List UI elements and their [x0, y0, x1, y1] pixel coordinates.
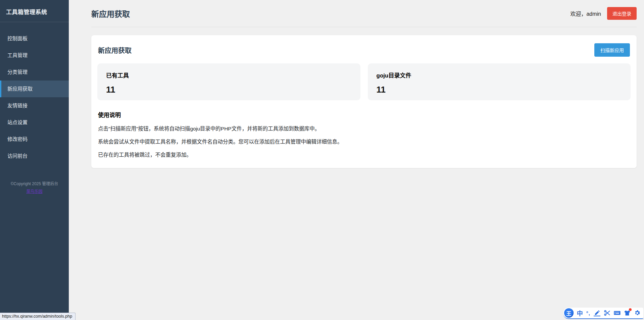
keyboard-icon[interactable]: [614, 310, 621, 316]
new-app-card: 新应用获取 扫描新应用 已有工具 11 goju目录文件 11 使用说明 点击"…: [91, 35, 637, 168]
ime-logo-icon[interactable]: 王: [564, 308, 574, 318]
usage-instructions: 使用说明 点击"扫描新应用"按钮，系统将自动扫描goju目录中的PHP文件，并将…: [98, 110, 630, 158]
stat-label: 已有工具: [106, 71, 352, 79]
card-header: 新应用获取 扫描新应用: [98, 43, 630, 57]
welcome-text: 欢迎，admin: [570, 9, 601, 17]
handwriting-pencil-icon[interactable]: [594, 310, 600, 316]
stat-existing-tools: 已有工具 11: [97, 63, 360, 100]
sidebar-item-dashboard[interactable]: 控制面板: [0, 30, 69, 47]
instruction-line: 系统会尝试从文件中提取工具名称，并根据文件名自动分类。您可以在添加后在工具管理中…: [98, 138, 630, 145]
topbar-right: 欢迎，admin 退出登录: [570, 7, 637, 20]
notification-dot: [629, 308, 632, 311]
sidebar: 工具箱管理系统 控制面板 工具管理 分类管理 新应用获取 友情链接 站点设置 修…: [0, 0, 69, 320]
stats-row: 已有工具 11 goju目录文件 11: [97, 63, 631, 100]
app-title: 工具箱管理系统: [0, 0, 69, 22]
sidebar-item-friend-links[interactable]: 友情链接: [0, 97, 69, 114]
copyright-link[interactable]: 菜鸟乐园: [26, 188, 42, 194]
copyright-text: ©Copyright 2025 管理后台: [0, 180, 69, 186]
sidebar-item-site-settings[interactable]: 站点设置: [0, 114, 69, 131]
sidebar-item-new-app-fetch[interactable]: 新应用获取: [0, 81, 69, 97]
chinese-mode-indicator[interactable]: 中: [577, 309, 583, 317]
topbar: 新应用获取 欢迎，admin 退出登录: [91, 0, 637, 27]
settings-gear-icon[interactable]: [634, 310, 641, 316]
card-title: 新应用获取: [98, 45, 132, 55]
sidebar-item-change-password[interactable]: 修改密码: [0, 131, 69, 148]
stat-value: 11: [106, 85, 352, 95]
main-content: 新应用获取 欢迎，admin 退出登录 新应用获取 扫描新应用 已有工具 11 …: [69, 0, 644, 320]
sidebar-footer: ©Copyright 2025 管理后台 菜鸟乐园: [0, 180, 69, 194]
instruction-line: 已存在的工具将被跳过，不会重复添加。: [98, 151, 630, 158]
page-title: 新应用获取: [91, 8, 130, 19]
stat-label: goju目录文件: [377, 71, 622, 79]
sidebar-nav: 控制面板 工具管理 分类管理 新应用获取 友情链接 站点设置 修改密码 访问前台: [0, 30, 69, 164]
stat-goju-files: goju目录文件 11: [368, 63, 631, 100]
sidebar-item-tool-management[interactable]: 工具管理: [0, 47, 69, 64]
instructions-title: 使用说明: [98, 110, 630, 119]
app-window: 工具箱管理系统 控制面板 工具管理 分类管理 新应用获取 友情链接 站点设置 修…: [0, 0, 644, 320]
punctuation-icon[interactable]: °,: [586, 310, 590, 316]
ime-toolbar: 王 中 °,: [563, 308, 643, 319]
scissors-icon[interactable]: [604, 310, 610, 316]
scan-new-apps-button[interactable]: 扫描新应用: [594, 43, 630, 57]
skin-tshirt-icon[interactable]: [624, 310, 631, 316]
sidebar-item-visit-frontend[interactable]: 访问前台: [0, 148, 69, 164]
instruction-line: 点击"扫描新应用"按钮，系统将自动扫描goju目录中的PHP文件，并将新的工具添…: [98, 124, 630, 132]
sidebar-item-category-management[interactable]: 分类管理: [0, 64, 69, 81]
stat-value: 11: [377, 85, 622, 95]
browser-status-url: https://hx.qiranw.com/admin/tools.php: [0, 313, 76, 320]
logout-button[interactable]: 退出登录: [607, 7, 637, 20]
